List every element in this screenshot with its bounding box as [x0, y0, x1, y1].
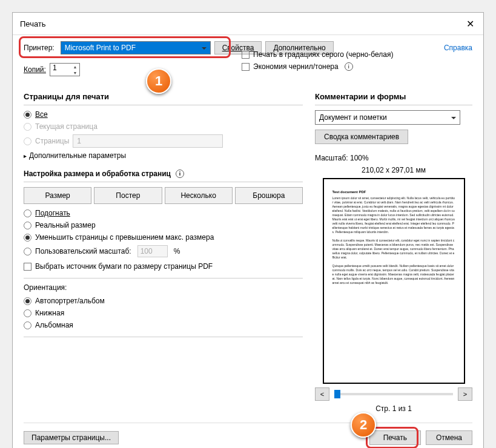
paper-source-label: Выбрать источник бумаги по размеру стран… [35, 262, 213, 271]
copies-label: Копий: [24, 65, 46, 74]
actual-radio[interactable] [24, 222, 31, 229]
preview-page: Test document PDF Lorem ipsum dolor sit … [323, 178, 465, 384]
grayscale-label: Печать в градациях серого (черно-белая) [253, 50, 393, 59]
page-slider[interactable] [334, 393, 453, 395]
pages-title: Страницы для печати [24, 92, 303, 101]
preview-text: Lorem ipsum dolor sit amet, consectetur … [332, 196, 455, 285]
comments-summary-button[interactable]: Сводка комментариев [315, 130, 408, 144]
fit-radio[interactable] [24, 209, 31, 217]
info-icon[interactable]: i [176, 170, 184, 178]
pages-current-radio[interactable] [24, 123, 31, 131]
printer-label: Принтер: [24, 44, 55, 52]
pages-range-input[interactable] [73, 134, 223, 148]
print-options: Печать в градациях серого (черно-белая) … [242, 50, 393, 74]
dialog-title: Печать [20, 19, 46, 28]
titlebar: Печать ✕ [13, 13, 483, 35]
comments-dropdown[interactable]: Документ и пометки [315, 110, 460, 125]
print-button[interactable]: Печать [369, 430, 421, 445]
dimensions-info: 210,02 x 297,01 мм [315, 166, 472, 174]
custom-label: Пользовательский масштаб: [35, 247, 131, 255]
nav-prev-button[interactable]: < [315, 387, 329, 401]
save-ink-label: Экономия чернил/тонера [253, 62, 339, 71]
annotation-badge-1: 1 [146, 68, 171, 94]
custom-scale-input[interactable] [137, 245, 168, 257]
multiple-button[interactable]: Несколько [165, 187, 233, 204]
orient-landscape-radio[interactable] [24, 321, 31, 329]
page-info: Стр. 1 из 1 [315, 404, 472, 413]
percent-label: % [174, 247, 180, 255]
more-params-toggle[interactable]: Дополнительные параметры [24, 151, 303, 160]
nav-next-button[interactable]: > [458, 387, 472, 401]
comments-value: Документ и пометки [319, 113, 387, 122]
close-icon[interactable]: ✕ [464, 18, 476, 30]
fit-label: Подогнать [35, 209, 70, 217]
sizing-title: Настройка размера и обработка страниц i [24, 170, 303, 178]
size-button[interactable]: Размер [24, 187, 91, 204]
pages-current-label: Текущая страница [35, 122, 98, 131]
orient-portrait-radio[interactable] [24, 309, 31, 317]
paper-source-checkbox[interactable] [24, 263, 31, 271]
shrink-radio[interactable] [24, 234, 31, 242]
print-dialog: Печать ✕ Принтер: Microsoft Print to PDF… [12, 12, 484, 448]
orient-landscape-label: Альбомная [35, 321, 73, 329]
poster-button[interactable]: Постер [94, 187, 162, 204]
comments-title: Комментарии и формы [315, 92, 472, 101]
pages-all-label: Все [35, 110, 48, 119]
pages-range-label: Страницы [35, 137, 69, 145]
save-ink-checkbox[interactable] [242, 63, 250, 71]
orient-auto-label: Автопортрет/альбом [35, 297, 105, 305]
pages-range-radio[interactable] [24, 137, 31, 145]
orientation-title: Ориентация: [24, 283, 303, 292]
spinner-down-icon: ▼ [72, 70, 78, 76]
copies-spinner[interactable]: 1 ▲▼ [50, 63, 80, 76]
actual-label: Реальный размер [35, 221, 96, 229]
preview-doc-title: Test document PDF [332, 190, 455, 194]
orient-auto-radio[interactable] [24, 297, 31, 305]
printer-value: Microsoft Print to PDF [65, 44, 136, 52]
copies-value: 1 [53, 64, 57, 72]
scale-info: Масштаб: 100% [315, 154, 472, 162]
printer-select[interactable]: Microsoft Print to PDF [61, 41, 211, 54]
cancel-button[interactable]: Отмена [426, 430, 472, 445]
shrink-label: Уменьшить страницы с превышением макс. р… [35, 233, 214, 242]
spinner-up-icon: ▲ [72, 64, 78, 70]
custom-radio[interactable] [24, 248, 31, 255]
help-link[interactable]: Справка [444, 44, 472, 52]
grayscale-checkbox[interactable] [242, 51, 250, 59]
page-setup-button[interactable]: Параметры страницы... [24, 431, 119, 444]
pages-all-radio[interactable] [24, 111, 31, 119]
annotation-badge-2: 2 [351, 412, 376, 438]
orient-portrait-label: Книжная [35, 309, 64, 317]
booklet-button[interactable]: Брошюра [235, 187, 303, 204]
info-icon[interactable]: i [345, 62, 353, 71]
